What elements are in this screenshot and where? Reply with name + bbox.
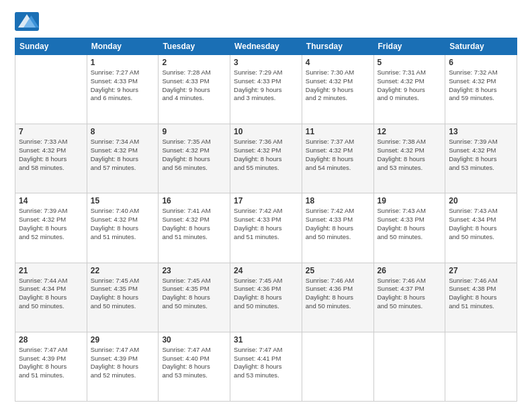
day-number: 16: [162, 196, 226, 205]
calendar-table: SundayMondayTuesdayWednesdayThursdayFrid…: [15, 38, 517, 402]
day-info: Sunrise: 7:28 AMSunset: 4:33 PMDaylight:…: [162, 68, 226, 103]
calendar-cell: 15Sunrise: 7:40 AMSunset: 4:32 PMDayligh…: [87, 193, 159, 263]
day-number: 30: [162, 335, 226, 345]
calendar-cell: 25Sunrise: 7:46 AMSunset: 4:36 PMDayligh…: [302, 263, 373, 332]
calendar-week-row: 21Sunrise: 7:44 AMSunset: 4:34 PMDayligh…: [15, 263, 517, 332]
day-number: 23: [162, 266, 226, 275]
day-info: Sunrise: 7:46 AMSunset: 4:37 PMDaylight:…: [378, 277, 442, 311]
day-info: Sunrise: 7:37 AMSunset: 4:32 PMDaylight:…: [306, 138, 370, 172]
day-info: Sunrise: 7:45 AMSunset: 4:35 PMDaylight:…: [91, 277, 155, 311]
calendar-cell: 24Sunrise: 7:45 AMSunset: 4:36 PMDayligh…: [230, 263, 302, 332]
calendar-cell: 4Sunrise: 7:30 AMSunset: 4:32 PMDaylight…: [302, 55, 373, 124]
day-number: 15: [91, 196, 155, 205]
day-number: 5: [378, 58, 442, 67]
calendar-cell: [15, 55, 87, 124]
day-number: 20: [449, 196, 513, 205]
calendar-week-row: 7Sunrise: 7:33 AMSunset: 4:32 PMDaylight…: [15, 124, 517, 193]
calendar-cell: 17Sunrise: 7:42 AMSunset: 4:33 PMDayligh…: [230, 193, 302, 263]
day-number: 7: [19, 127, 83, 136]
weekday-header-wednesday: Wednesday: [230, 38, 302, 55]
calendar-cell: 6Sunrise: 7:32 AMSunset: 4:32 PMDaylight…: [445, 55, 517, 124]
calendar-cell: 1Sunrise: 7:27 AMSunset: 4:33 PMDaylight…: [87, 55, 159, 124]
day-number: 2: [162, 58, 226, 67]
day-info: Sunrise: 7:46 AMSunset: 4:36 PMDaylight:…: [306, 277, 370, 311]
day-info: Sunrise: 7:36 AMSunset: 4:32 PMDaylight:…: [234, 138, 298, 172]
day-number: 28: [19, 335, 83, 345]
day-info: Sunrise: 7:43 AMSunset: 4:33 PMDaylight:…: [378, 207, 442, 241]
calendar-cell: 3Sunrise: 7:29 AMSunset: 4:33 PMDaylight…: [230, 55, 302, 124]
day-number: 27: [449, 266, 513, 275]
day-info: Sunrise: 7:30 AMSunset: 4:32 PMDaylight:…: [306, 68, 370, 103]
weekday-header-sunday: Sunday: [15, 38, 87, 55]
calendar-cell: 16Sunrise: 7:41 AMSunset: 4:32 PMDayligh…: [159, 193, 230, 263]
calendar-cell: 20Sunrise: 7:43 AMSunset: 4:34 PMDayligh…: [445, 193, 517, 263]
day-number: 12: [378, 127, 442, 136]
day-number: 9: [162, 127, 226, 136]
weekday-header-monday: Monday: [87, 38, 159, 55]
header: [15, 12, 517, 31]
weekday-header-thursday: Thursday: [302, 38, 373, 55]
calendar-cell: 14Sunrise: 7:39 AMSunset: 4:32 PMDayligh…: [15, 193, 87, 263]
day-number: 25: [306, 266, 370, 275]
weekday-header-friday: Friday: [373, 38, 445, 55]
day-number: 3: [234, 58, 298, 67]
calendar-week-row: 28Sunrise: 7:47 AMSunset: 4:39 PMDayligh…: [15, 332, 517, 401]
calendar-cell: 30Sunrise: 7:47 AMSunset: 4:40 PMDayligh…: [159, 332, 230, 401]
calendar-cell: 2Sunrise: 7:28 AMSunset: 4:33 PMDaylight…: [159, 55, 230, 124]
page: SundayMondayTuesdayWednesdayThursdayFrid…: [0, 0, 532, 411]
calendar-cell: 10Sunrise: 7:36 AMSunset: 4:32 PMDayligh…: [230, 124, 302, 193]
calendar-cell: 28Sunrise: 7:47 AMSunset: 4:39 PMDayligh…: [15, 332, 87, 401]
day-info: Sunrise: 7:47 AMSunset: 4:40 PMDaylight:…: [162, 346, 226, 380]
weekday-header-saturday: Saturday: [445, 38, 517, 55]
day-number: 1: [91, 58, 155, 67]
calendar-cell: 18Sunrise: 7:42 AMSunset: 4:33 PMDayligh…: [302, 193, 373, 263]
calendar-week-row: 14Sunrise: 7:39 AMSunset: 4:32 PMDayligh…: [15, 193, 517, 263]
day-info: Sunrise: 7:44 AMSunset: 4:34 PMDaylight:…: [19, 277, 83, 311]
day-number: 17: [234, 196, 298, 205]
day-info: Sunrise: 7:42 AMSunset: 4:33 PMDaylight:…: [306, 207, 370, 241]
calendar-cell: 8Sunrise: 7:34 AMSunset: 4:32 PMDaylight…: [87, 124, 159, 193]
day-number: 22: [91, 266, 155, 275]
day-info: Sunrise: 7:39 AMSunset: 4:32 PMDaylight:…: [449, 138, 513, 172]
calendar-cell: 22Sunrise: 7:45 AMSunset: 4:35 PMDayligh…: [87, 263, 159, 332]
day-number: 8: [91, 127, 155, 136]
day-info: Sunrise: 7:29 AMSunset: 4:33 PMDaylight:…: [234, 68, 298, 103]
day-info: Sunrise: 7:47 AMSunset: 4:41 PMDaylight:…: [234, 346, 298, 380]
day-number: 6: [449, 58, 513, 67]
calendar-cell: 12Sunrise: 7:38 AMSunset: 4:32 PMDayligh…: [373, 124, 445, 193]
day-info: Sunrise: 7:31 AMSunset: 4:32 PMDaylight:…: [378, 68, 442, 103]
day-info: Sunrise: 7:27 AMSunset: 4:33 PMDaylight:…: [91, 68, 155, 103]
weekday-header-row: SundayMondayTuesdayWednesdayThursdayFrid…: [15, 38, 517, 55]
day-number: 14: [19, 196, 83, 205]
day-number: 26: [378, 266, 442, 275]
day-info: Sunrise: 7:45 AMSunset: 4:35 PMDaylight:…: [162, 277, 226, 311]
day-info: Sunrise: 7:45 AMSunset: 4:36 PMDaylight:…: [234, 277, 298, 311]
day-info: Sunrise: 7:38 AMSunset: 4:32 PMDaylight:…: [378, 138, 442, 172]
calendar-cell: [445, 332, 517, 401]
calendar-cell: [373, 332, 445, 401]
day-number: 24: [234, 266, 298, 275]
day-info: Sunrise: 7:41 AMSunset: 4:32 PMDaylight:…: [162, 207, 226, 241]
calendar-cell: 9Sunrise: 7:35 AMSunset: 4:32 PMDaylight…: [159, 124, 230, 193]
calendar-cell: 21Sunrise: 7:44 AMSunset: 4:34 PMDayligh…: [15, 263, 87, 332]
day-number: 19: [378, 196, 442, 205]
day-number: 10: [234, 127, 298, 136]
calendar-cell: 27Sunrise: 7:46 AMSunset: 4:38 PMDayligh…: [445, 263, 517, 332]
day-info: Sunrise: 7:47 AMSunset: 4:39 PMDaylight:…: [91, 346, 155, 380]
calendar-cell: 11Sunrise: 7:37 AMSunset: 4:32 PMDayligh…: [302, 124, 373, 193]
calendar-cell: 29Sunrise: 7:47 AMSunset: 4:39 PMDayligh…: [87, 332, 159, 401]
day-info: Sunrise: 7:46 AMSunset: 4:38 PMDaylight:…: [449, 277, 513, 311]
day-number: 13: [449, 127, 513, 136]
calendar-cell: 7Sunrise: 7:33 AMSunset: 4:32 PMDaylight…: [15, 124, 87, 193]
calendar-week-row: 1Sunrise: 7:27 AMSunset: 4:33 PMDaylight…: [15, 55, 517, 124]
day-number: 21: [19, 266, 83, 275]
calendar-cell: [302, 332, 373, 401]
weekday-header-tuesday: Tuesday: [159, 38, 230, 55]
calendar-cell: 19Sunrise: 7:43 AMSunset: 4:33 PMDayligh…: [373, 193, 445, 263]
day-info: Sunrise: 7:39 AMSunset: 4:32 PMDaylight:…: [19, 207, 83, 241]
day-number: 31: [234, 335, 298, 345]
generalblue-logo-icon: [15, 12, 39, 31]
day-info: Sunrise: 7:32 AMSunset: 4:32 PMDaylight:…: [449, 68, 513, 103]
day-number: 29: [91, 335, 155, 345]
day-info: Sunrise: 7:40 AMSunset: 4:32 PMDaylight:…: [91, 207, 155, 241]
